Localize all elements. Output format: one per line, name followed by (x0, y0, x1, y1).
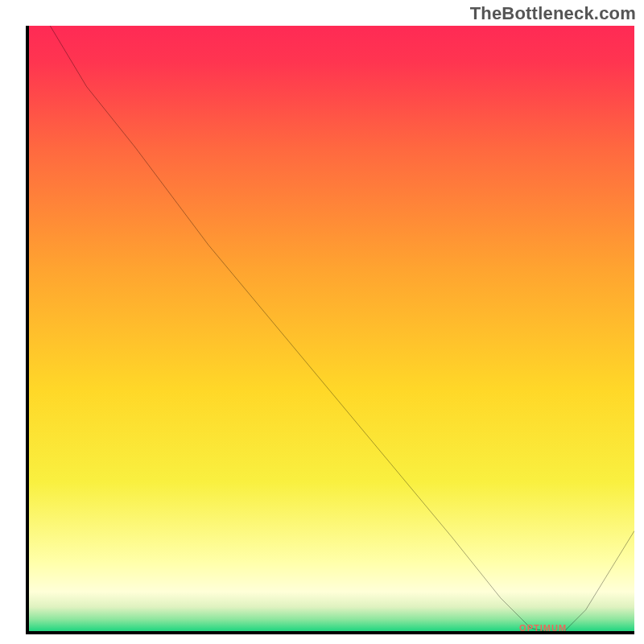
attribution-text: TheBottleneck.com (470, 3, 636, 24)
plot-area: OPTIMUM (26, 26, 634, 634)
bottleneck-curve (50, 26, 634, 634)
x-axis (26, 631, 634, 634)
curve-layer (26, 26, 634, 634)
y-axis (26, 26, 29, 634)
chart-viewport: TheBottleneck.com OPTIMUM (0, 0, 644, 644)
